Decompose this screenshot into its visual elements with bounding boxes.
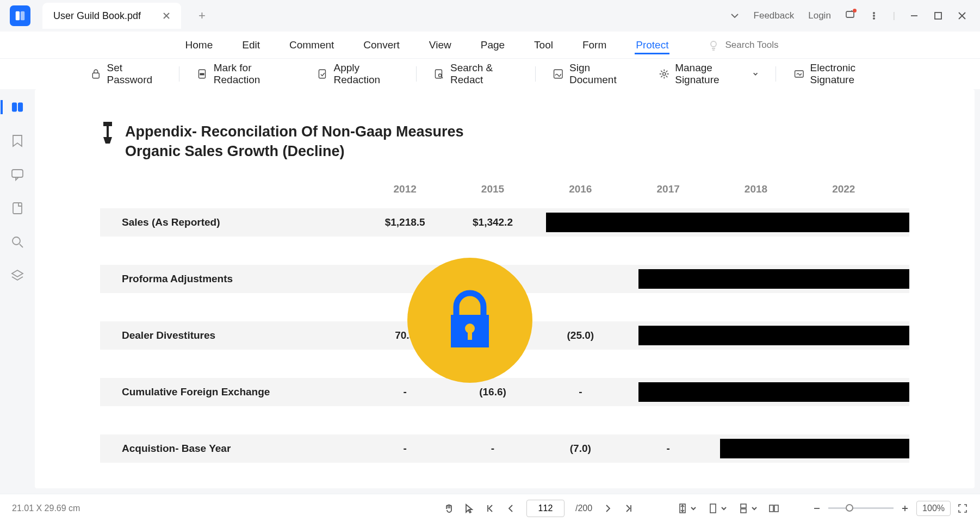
single-page-icon[interactable]	[708, 503, 718, 514]
close-icon[interactable]	[163, 12, 170, 20]
svg-rect-1	[21, 11, 24, 21]
menu-comment[interactable]: Comment	[288, 36, 335, 54]
main-area: Appendix- Reconcilation Of Non-Gaap Meas…	[0, 89, 980, 494]
menu-view[interactable]: View	[428, 36, 452, 54]
svg-rect-11	[319, 70, 325, 78]
year-header: 2018	[712, 183, 799, 195]
sign-document-button[interactable]: Sign Document	[538, 62, 644, 86]
notification-button[interactable]	[845, 10, 855, 22]
document-check-icon	[317, 67, 328, 80]
fullscreen-icon[interactable]	[957, 503, 968, 514]
bookmark-icon[interactable]	[10, 134, 24, 148]
chevron-down-icon[interactable]	[721, 505, 727, 512]
document-search-icon	[433, 67, 445, 80]
signature-icon	[553, 67, 564, 80]
svg-rect-23	[107, 126, 109, 137]
close-window-icon[interactable]	[957, 11, 967, 21]
menu-protect[interactable]: Protect	[635, 36, 669, 54]
menu-page[interactable]: Page	[480, 36, 506, 54]
zoom-in-icon[interactable]	[900, 504, 910, 513]
tool-label: Electronic Signature	[810, 62, 890, 86]
search-icon[interactable]	[10, 235, 24, 249]
table-row: Acquistion- Base Year - - (7.0) -	[100, 434, 909, 463]
svg-rect-19	[12, 170, 23, 177]
lock-icon	[443, 288, 497, 353]
fit-height-icon[interactable]	[677, 503, 688, 514]
select-tool-icon[interactable]	[464, 504, 474, 513]
zoom-controls: 100%	[812, 501, 968, 516]
attachment-icon[interactable]	[10, 201, 24, 215]
apply-redaction-button[interactable]: Apply Redaction	[303, 62, 413, 86]
hand-tool-icon[interactable]	[444, 504, 454, 513]
new-tab-button[interactable]: +	[199, 9, 206, 23]
document-tab[interactable]: User Guild Book.pdf	[42, 3, 181, 29]
svg-point-3	[873, 13, 874, 14]
svg-rect-18	[18, 103, 23, 111]
svg-rect-6	[935, 13, 941, 19]
menu-form[interactable]: Form	[581, 36, 607, 54]
page-total: /200	[575, 504, 592, 513]
year-header: 2017	[624, 183, 712, 195]
thumbnails-icon[interactable]	[1, 100, 23, 114]
svg-rect-26	[468, 331, 472, 340]
menu-convert[interactable]: Convert	[362, 36, 401, 54]
first-page-icon[interactable]	[485, 504, 495, 513]
tool-label: Search & Redact	[450, 62, 518, 86]
svg-rect-14	[554, 70, 562, 78]
search-tools-input[interactable]	[725, 40, 796, 51]
feedback-link[interactable]: Feedback	[754, 10, 795, 21]
layers-icon[interactable]	[10, 269, 24, 283]
chevron-down-icon[interactable]	[751, 505, 758, 512]
set-password-button[interactable]: Set Password	[76, 62, 176, 86]
reading-mode-icon[interactable]	[768, 503, 779, 514]
svg-rect-32	[774, 505, 778, 512]
search-redact-button[interactable]: Search & Redact	[419, 62, 531, 86]
year-header: 2022	[800, 183, 888, 195]
prev-page-icon[interactable]	[506, 504, 516, 513]
svg-point-5	[873, 18, 874, 19]
tool-label: Manage Signature	[675, 62, 747, 86]
esign-icon	[793, 67, 805, 80]
menu-edit[interactable]: Edit	[241, 36, 261, 54]
chevron-down-icon[interactable]	[730, 11, 740, 21]
more-icon[interactable]	[869, 11, 879, 21]
lock-icon	[90, 67, 102, 80]
mark-redaction-button[interactable]: Mark for Redaction	[183, 62, 303, 86]
svg-rect-30	[741, 509, 746, 513]
svg-point-4	[873, 15, 874, 16]
zoom-out-icon[interactable]	[812, 504, 822, 513]
zoom-slider[interactable]	[828, 507, 894, 509]
svg-rect-2	[846, 11, 854, 17]
next-page-icon[interactable]	[603, 504, 613, 513]
notification-dot	[853, 9, 857, 13]
zoom-percent[interactable]: 100%	[916, 501, 951, 516]
tool-label: Apply Redaction	[334, 62, 399, 86]
gear-icon	[659, 67, 670, 80]
search-tools[interactable]	[708, 39, 796, 51]
menu-bar: Home Edit Comment Convert View Page Tool…	[0, 32, 980, 59]
scroll-mode-icon[interactable]	[738, 503, 749, 514]
page-number-input[interactable]	[526, 500, 565, 517]
electronic-signature-button[interactable]: Electronic Signature	[779, 62, 904, 86]
redaction-mark	[546, 213, 909, 232]
chevron-down-icon[interactable]	[690, 505, 697, 512]
document-view: Appendix- Reconcilation Of Non-Gaap Meas…	[35, 89, 975, 488]
menu-tool[interactable]: Tool	[533, 36, 554, 54]
minimize-icon[interactable]	[909, 11, 919, 21]
redaction-mark	[638, 269, 909, 289]
redaction-mark	[638, 326, 909, 345]
maximize-icon[interactable]	[933, 11, 943, 21]
year-header: 2015	[449, 183, 536, 195]
comment-icon[interactable]	[10, 167, 24, 182]
last-page-icon[interactable]	[624, 504, 634, 513]
svg-rect-8	[92, 73, 99, 78]
protect-toolbar: Set Password Mark for Redaction Apply Re…	[0, 59, 980, 89]
sidebar	[0, 89, 35, 494]
manage-signature-button[interactable]: Manage Signature	[644, 62, 772, 86]
svg-point-7	[711, 41, 716, 47]
app-logo-icon	[10, 5, 30, 26]
titlebar: User Guild Book.pdf + Feedback Login |	[0, 0, 980, 32]
login-link[interactable]: Login	[808, 10, 831, 21]
menu-home[interactable]: Home	[184, 36, 214, 54]
svg-rect-20	[13, 203, 22, 214]
